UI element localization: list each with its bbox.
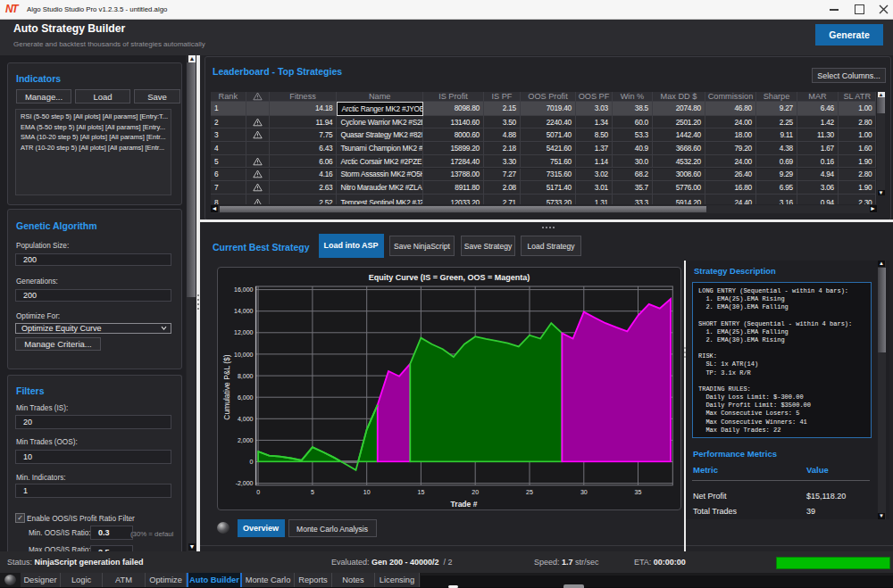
svg-text:Equity Curve (IS = Green, OOS: Equity Curve (IS = Green, OOS = Magenta) xyxy=(369,273,530,282)
svg-text:30: 30 xyxy=(580,489,588,495)
svg-text:4,000: 4,000 xyxy=(238,416,254,422)
svg-text:10,000: 10,000 xyxy=(234,352,254,358)
svg-text:-2,000: -2,000 xyxy=(236,480,254,486)
svg-text:10: 10 xyxy=(363,489,371,495)
svg-text:0: 0 xyxy=(256,489,260,495)
svg-text:6,000: 6,000 xyxy=(238,394,254,401)
svg-text:12,000: 12,000 xyxy=(234,329,254,335)
svg-text:5: 5 xyxy=(311,489,314,495)
svg-text:35: 35 xyxy=(635,489,642,495)
svg-text:0: 0 xyxy=(250,459,254,465)
svg-text:20: 20 xyxy=(472,489,479,495)
svg-text:25: 25 xyxy=(526,489,533,495)
svg-text:2,000: 2,000 xyxy=(238,437,254,443)
svg-text:8,000: 8,000 xyxy=(238,373,254,379)
svg-text:Trade #: Trade # xyxy=(451,500,478,509)
svg-text:Cumulative P&L ($): Cumulative P&L ($) xyxy=(222,354,231,420)
svg-text:16,000: 16,000 xyxy=(234,286,254,293)
svg-text:15: 15 xyxy=(418,489,425,495)
svg-text:14,000: 14,000 xyxy=(234,308,254,314)
